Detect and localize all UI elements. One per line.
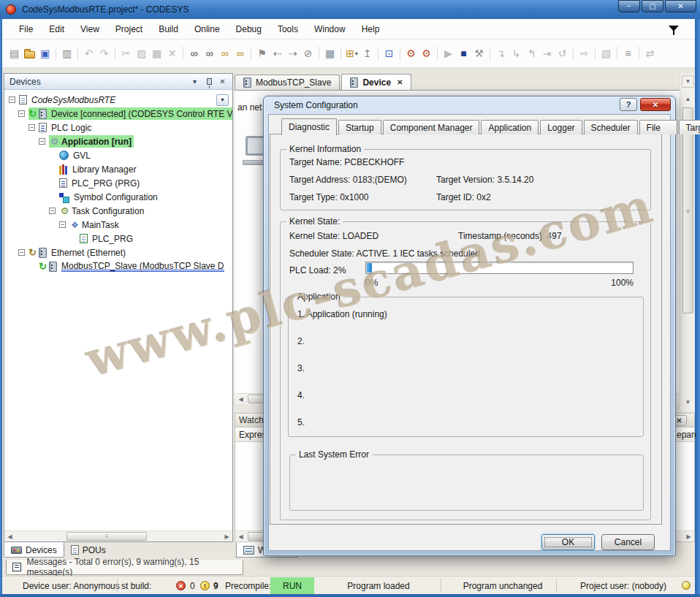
menu-help[interactable]: Help <box>354 21 388 37</box>
collapse-icon[interactable]: − <box>59 221 66 228</box>
scrollbar-thumb[interactable]: ≡ <box>682 107 693 313</box>
run-to-cursor-icon[interactable]: ⇥ <box>540 47 554 61</box>
print-icon[interactable]: ▥ <box>60 47 74 61</box>
add-object-icon[interactable]: ⊞▾ <box>345 47 359 61</box>
dialog-close-button[interactable]: ✕ <box>640 98 671 111</box>
build-icon[interactable]: ⊡ <box>382 47 396 61</box>
tab-component-manager[interactable]: Component Manager <box>383 120 480 134</box>
tree-row-device[interactable]: − ↻ Device [connected] (CODESYS Control … <box>4 107 232 121</box>
reset-icon[interactable]: ↺ <box>555 47 569 61</box>
stop-icon[interactable]: ■ <box>457 47 471 61</box>
tab-pous[interactable]: POUs <box>64 542 113 558</box>
step-into-icon[interactable]: ↳ <box>509 47 523 61</box>
scroll-up-icon[interactable]: ▲ <box>682 93 694 105</box>
export-icon[interactable]: ↥ <box>360 47 374 61</box>
tab-device[interactable]: Device ✕ <box>341 74 411 90</box>
scroll-down-icon[interactable]: ▼ <box>682 396 694 408</box>
close-button[interactable]: ✕ <box>665 0 696 12</box>
ok-button[interactable]: OK <box>541 534 595 550</box>
pin-icon[interactable] <box>207 78 212 85</box>
menu-project[interactable]: Project <box>107 21 151 37</box>
menu-edit[interactable]: Edit <box>41 21 72 37</box>
flow-control-icon[interactable]: ▧ <box>599 47 613 61</box>
minimize-button[interactable]: − <box>618 0 640 12</box>
step-over-icon[interactable]: ↴ <box>494 47 508 61</box>
delete-icon[interactable]: ✕ <box>165 47 179 61</box>
panel-hide-icon[interactable]: ▾ <box>190 77 199 85</box>
menu-debug[interactable]: Debug <box>228 21 270 37</box>
collapse-icon[interactable]: − <box>9 96 15 103</box>
tree-row-maintask-plc-prg[interactable]: PLC_PRG <box>4 232 232 246</box>
cancel-button[interactable]: Cancel <box>601 534 655 550</box>
find-in-project-icon[interactable]: ∞ <box>218 47 232 61</box>
panel-close-icon[interactable]: ✕ <box>218 77 227 85</box>
tree-horizontal-scrollbar[interactable]: ◀ ≡ ▶ <box>4 531 232 541</box>
tree-row-project[interactable]: − CodeSysModbusRTE ▾ <box>4 93 232 107</box>
collapse-icon[interactable]: − <box>18 249 25 256</box>
tab-application[interactable]: Application <box>481 120 539 134</box>
tab-logger[interactable]: Logger <box>540 120 582 134</box>
collapse-icon[interactable]: − <box>39 138 45 145</box>
tree-row-modbustcp-slave[interactable]: ↻ ModbusTCP_Slave (ModbusTCP Slave D <box>4 259 232 273</box>
scrollbar-thumb[interactable]: ≡ <box>66 532 147 541</box>
start-icon[interactable]: ▶ <box>441 47 455 61</box>
menu-build[interactable]: Build <box>151 21 186 37</box>
tab-file[interactable]: File <box>639 120 677 134</box>
scroll-left-icon[interactable]: ◀ <box>235 531 246 541</box>
tab-devices[interactable]: Devices <box>4 542 64 558</box>
tree-row-ethernet[interactable]: − ↻ Ethernet (Ethernet) <box>4 246 232 259</box>
force-values-icon[interactable]: ≡ <box>621 47 635 61</box>
logout-icon[interactable]: ⚙ <box>419 47 433 61</box>
menu-file[interactable]: File <box>11 21 41 37</box>
open-project-icon[interactable] <box>23 47 37 61</box>
tree-row-gvl[interactable]: GVL <box>4 148 232 162</box>
tree-row-plc-logic[interactable]: − PLC Logic <box>4 121 232 134</box>
project-dropdown-button[interactable]: ▾ <box>216 94 229 106</box>
login-icon[interactable]: ⚙ <box>404 47 418 61</box>
input-assistant-icon[interactable]: ▦ <box>323 47 337 61</box>
scroll-right-icon[interactable]: ▶ <box>221 531 232 541</box>
redo-icon[interactable]: ↷ <box>97 47 111 61</box>
toggle-bookmark-icon[interactable]: ⚑ <box>255 47 269 61</box>
dialog-help-button[interactable]: ? <box>620 98 637 111</box>
scroll-left-icon[interactable]: ◀ <box>235 394 246 404</box>
paste-icon[interactable]: ▩ <box>150 47 164 61</box>
copy-icon[interactable]: ▨ <box>134 47 148 61</box>
new-project-icon[interactable]: ▤ <box>7 47 21 61</box>
next-statement-icon[interactable]: ⇨ <box>577 47 591 61</box>
menu-view[interactable]: View <box>72 21 107 37</box>
tab-diagnostic[interactable]: Diagnostic <box>281 118 337 135</box>
breakpoint-icon[interactable]: ⚒ <box>472 47 486 61</box>
refresh-icon[interactable]: ⇄ <box>643 47 657 61</box>
tree-row-task-configuration[interactable]: − ⚙ Task Configuration <box>4 204 232 218</box>
menu-online[interactable]: Online <box>186 21 228 37</box>
cut-icon[interactable]: ✂ <box>119 47 133 61</box>
maximize-button[interactable]: ▢ <box>642 0 663 12</box>
tree-row-plc-prg[interactable]: PLC_PRG (PRG) <box>4 176 232 190</box>
step-out-icon[interactable]: ↰ <box>525 47 539 61</box>
tab-startup[interactable]: Startup <box>338 120 381 134</box>
tab-scheduler[interactable]: Scheduler <box>584 120 638 134</box>
tab-overflow-icon[interactable]: ▼ <box>682 75 694 88</box>
tab-modbustcp-slave[interactable]: ModbusTCP_Slave <box>235 75 340 90</box>
tab-close-icon[interactable]: ✕ <box>397 78 403 86</box>
undo-icon[interactable]: ↶ <box>82 47 96 61</box>
next-bookmark-icon[interactable]: ⇢ <box>286 47 300 61</box>
scroll-right-icon[interactable]: ▶ <box>683 531 694 541</box>
save-project-icon[interactable]: ▣ <box>38 47 52 61</box>
replace-icon[interactable]: ∞ <box>202 47 216 61</box>
tab-target[interactable]: Target <box>679 120 700 134</box>
collapse-icon[interactable]: − <box>49 208 56 214</box>
previous-bookmark-icon[interactable]: ⇠ <box>270 47 284 61</box>
tab-messages[interactable]: Messages - Total 0 error(s), 9 warning(s… <box>6 560 243 575</box>
scroll-left-icon[interactable]: ◀ <box>4 531 15 541</box>
tree-row-library-manager[interactable]: Library Manager <box>4 162 232 176</box>
collapse-icon[interactable]: − <box>18 110 25 117</box>
find-icon[interactable]: ∞ <box>187 47 201 61</box>
collapse-icon[interactable]: − <box>28 124 35 131</box>
tree-row-symbol-configuration[interactable]: Symbol Configuration <box>4 190 232 204</box>
replace-in-project-icon[interactable]: ∞ <box>233 47 247 61</box>
menu-tools[interactable]: Tools <box>270 21 306 37</box>
tree-row-application[interactable]: − ⚙ Application [run] <box>4 134 232 148</box>
filter-icon[interactable] <box>669 26 679 31</box>
